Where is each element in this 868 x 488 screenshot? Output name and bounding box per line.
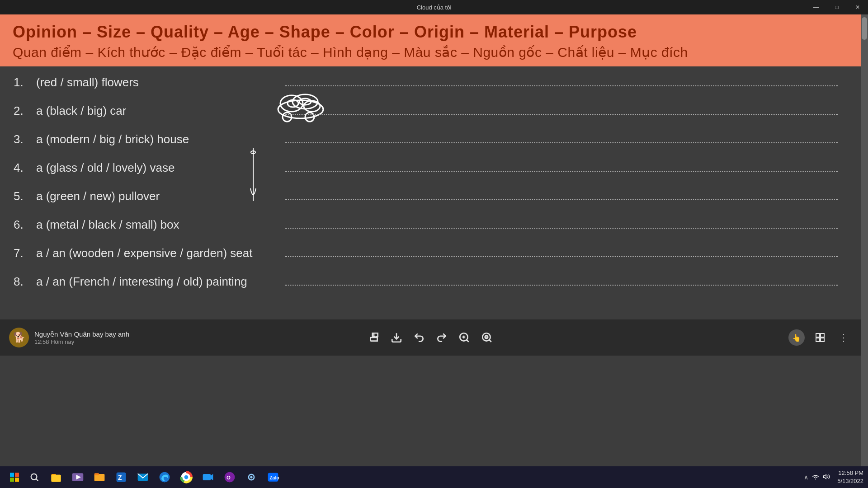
taskbar-zalo[interactable]: Zalo (263, 467, 283, 487)
maximize-button[interactable]: □ (826, 0, 847, 14)
scrollbar-handle[interactable] (862, 17, 867, 40)
slide-inner: Opinion – Size – Quality – Age – Shape –… (0, 14, 861, 488)
clock-date: 5/13/2022 (837, 477, 863, 485)
taskbar-steam[interactable] (241, 467, 261, 487)
answer-line (285, 85, 838, 86)
user-name: Nguyễn Văn Quân bay bay anh (34, 330, 129, 338)
minimize-button[interactable]: — (806, 0, 826, 14)
item-number: 8. (14, 275, 36, 289)
svg-rect-21 (816, 333, 820, 337)
more-options-button[interactable]: ⋮ (835, 329, 852, 346)
svg-point-50 (250, 476, 252, 478)
answer-line (285, 142, 838, 143)
volume-icon[interactable] (823, 473, 830, 482)
toolbar-center (368, 332, 493, 343)
taskbar-blue-app[interactable]: Z (111, 467, 131, 487)
svg-marker-45 (211, 474, 213, 480)
answer-line (285, 285, 838, 286)
exercise-item: 1.(red / small) flowers (14, 75, 847, 89)
svg-point-43 (184, 475, 189, 479)
chevron-up-icon[interactable]: ∧ (804, 474, 808, 481)
hand-pointer-button[interactable]: 👆 (788, 329, 805, 346)
system-clock[interactable]: 12:58 PM 5/13/2022 (837, 469, 863, 485)
svg-point-29 (31, 474, 37, 480)
content-row: Opinion – Size – Quality – Age – Shape –… (0, 14, 868, 488)
answer-line (285, 256, 838, 257)
taskbar-folder[interactable] (90, 467, 109, 487)
user-info: 🐕 Nguyễn Văn Quân bay bay anh 12:58 Hôm … (9, 328, 129, 347)
item-text: a (black / big) car (36, 104, 271, 118)
slide-container: Opinion – Size – Quality – Age – Shape –… (0, 14, 861, 488)
taskbar-system: ∧ 12:58 PM 5 (804, 469, 863, 485)
svg-text:Z: Z (118, 474, 122, 481)
svg-line-14 (467, 340, 469, 342)
taskbar-mail[interactable] (133, 467, 153, 487)
svg-rect-44 (203, 474, 211, 480)
item-number: 1. (14, 75, 36, 89)
answer-line (285, 199, 838, 200)
item-text: a / an (French / interesting / old) pain… (36, 275, 271, 289)
svg-point-41 (160, 472, 170, 483)
grid-view-button[interactable] (812, 329, 828, 346)
svg-rect-37 (94, 473, 99, 475)
zoom-in-button[interactable] (458, 332, 470, 343)
taskbar-apps: Z (46, 467, 283, 487)
item-number: 4. (14, 161, 36, 175)
answer-line (285, 228, 838, 229)
share-button[interactable] (368, 332, 380, 343)
redo-button[interactable] (436, 332, 448, 343)
exercise-item: 2.a (black / big) car (14, 104, 847, 118)
undo-button[interactable] (413, 332, 425, 343)
exercise-item: 8.a / an (French / interesting / old) pa… (14, 275, 847, 289)
window-title: Cloud của tôi (417, 4, 452, 11)
user-time: 12:58 Hôm nay (34, 338, 129, 345)
exercise-item: 3.a (modern / big / brick) house (14, 132, 847, 146)
taskbar-vpn[interactable]: O (220, 467, 240, 487)
exercise-item: 7.a / an (wooden / expensive / garden) s… (14, 246, 847, 260)
svg-rect-26 (15, 473, 19, 477)
titlebar: Cloud của tôi — □ ✕ (0, 0, 868, 14)
header-row1: Opinion – Size – Quality – Age – Shape –… (13, 23, 848, 42)
exercise-item: 5.a (green / new) pullover (14, 189, 847, 203)
close-button[interactable]: ✕ (847, 0, 868, 14)
svg-text:Zalo: Zalo (269, 475, 279, 480)
item-text: a (glass / old / lovely) vase (36, 161, 271, 175)
header-row2: Quan điểm – Kích thước – Đặc điểm – Tuổi… (13, 44, 848, 60)
svg-rect-22 (821, 333, 824, 337)
taskbar-zoom[interactable] (198, 467, 218, 487)
svg-line-18 (489, 340, 491, 342)
zoom-out-button[interactable] (481, 332, 493, 343)
wifi-icon[interactable] (812, 474, 819, 481)
exercise-area: 1.(red / small) flowers2.a (black / big)… (0, 66, 861, 319)
search-button[interactable] (24, 467, 44, 487)
svg-text:O: O (226, 475, 231, 480)
svg-rect-23 (816, 338, 820, 342)
svg-line-30 (36, 479, 38, 481)
exercise-list: 1.(red / small) flowers2.a (black / big)… (14, 75, 847, 289)
avatar: 🐕 (9, 328, 29, 347)
start-button[interactable] (5, 467, 24, 487)
svg-rect-27 (10, 478, 14, 482)
taskbar-file-explorer[interactable] (46, 467, 66, 487)
clock-time: 12:58 PM (838, 469, 863, 477)
user-text: Nguyễn Văn Quân bay bay anh 12:58 Hôm na… (34, 330, 129, 345)
taskbar-edge[interactable] (155, 467, 175, 487)
exercise-item: 6.a (metal / black / small) box (14, 218, 847, 232)
system-icons: ∧ (804, 473, 830, 482)
download-button[interactable] (391, 332, 402, 343)
answer-line (285, 114, 838, 115)
item-text: (red / small) flowers (36, 75, 271, 89)
item-number: 5. (14, 189, 36, 203)
item-text: a (metal / black / small) box (36, 218, 271, 232)
taskbar-video-app[interactable] (68, 467, 88, 487)
window-controls: — □ ✕ (806, 0, 868, 14)
item-text: a (green / new) pullover (36, 189, 271, 203)
svg-rect-33 (52, 475, 61, 481)
taskbar-chrome[interactable] (176, 467, 196, 487)
right-scrollbar[interactable] (861, 14, 868, 488)
bottom-toolbar: 🐕 Nguyễn Văn Quân bay bay anh 12:58 Hôm … (0, 319, 861, 356)
header-banner: Opinion – Size – Quality – Age – Shape –… (0, 14, 861, 66)
exercise-item: 4.a (glass / old / lovely) vase (14, 161, 847, 175)
item-text: a (modern / big / brick) house (36, 132, 271, 146)
item-text: a / an (wooden / expensive / garden) sea… (36, 246, 271, 260)
